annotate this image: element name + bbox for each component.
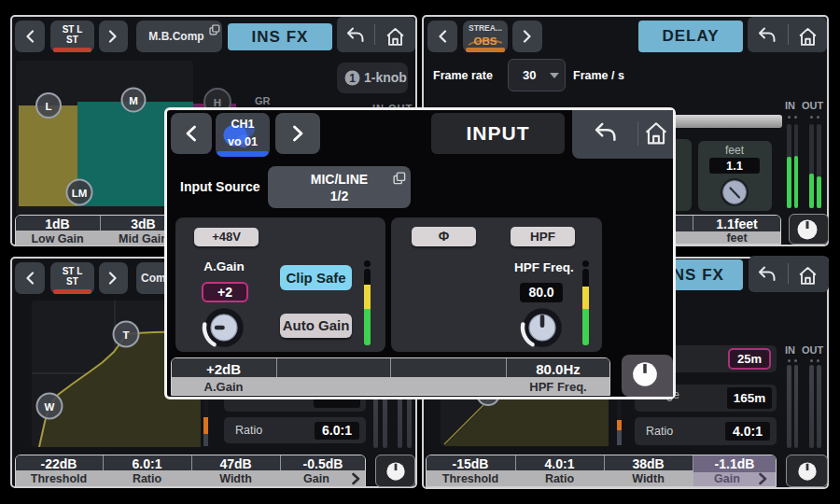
svg-text:vo 01: vo 01 — [228, 135, 258, 148]
svg-text:T: T — [122, 329, 129, 341]
svg-text:W: W — [45, 401, 55, 413]
svg-text:L: L — [45, 101, 51, 112]
svg-text:M: M — [129, 95, 138, 106]
svg-text:CH1: CH1 — [231, 118, 254, 131]
svg-text:LM: LM — [72, 188, 88, 199]
svg-text:H: H — [214, 97, 221, 108]
svg-text:1: 1 — [349, 72, 356, 85]
